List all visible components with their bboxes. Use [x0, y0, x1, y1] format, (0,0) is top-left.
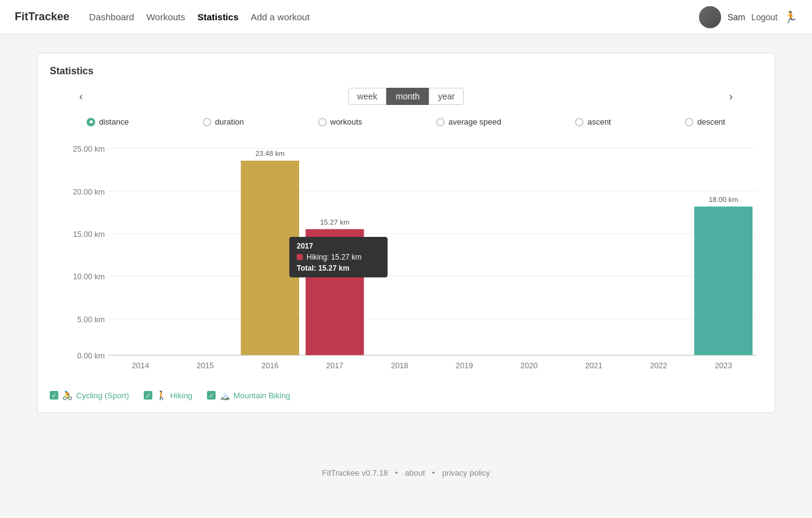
nav-add-workout[interactable]: Add a workout: [251, 12, 310, 22]
nav-dashboard[interactable]: Dashboard: [89, 12, 134, 22]
nav-links: Dashboard Workouts Statistics Add a work…: [89, 12, 699, 22]
legend-cycling[interactable]: ✓ 🚴 Cycling (Sport): [50, 390, 129, 400]
svg-text:2022: 2022: [650, 361, 667, 370]
svg-text:2021: 2021: [585, 361, 603, 370]
metric-workouts-label: workouts: [330, 117, 362, 126]
svg-text:20.00 km: 20.00 km: [73, 188, 105, 196]
period-prev-button[interactable]: ‹: [74, 88, 88, 106]
svg-text:2016: 2016: [261, 361, 278, 370]
svg-text:2023: 2023: [715, 361, 732, 370]
footer-about-link[interactable]: about: [405, 468, 425, 477]
svg-text:10.00 km: 10.00 km: [73, 273, 105, 281]
brand-logo[interactable]: FitTrackee: [15, 10, 69, 23]
radio-average-speed: [436, 118, 445, 126]
legend-emoji-mountain-biking: 🏔️: [219, 390, 230, 400]
navbar-right: Sam Logout 🏃: [699, 6, 797, 28]
metric-duration[interactable]: duration: [203, 117, 244, 126]
avatar-image: [699, 6, 721, 28]
bar-2016[interactable]: [241, 161, 299, 355]
svg-text:2019: 2019: [456, 361, 473, 370]
logout-button[interactable]: Logout: [751, 12, 778, 22]
chart-container: 25.00 km 20.00 km 15.00 km 10.00 km 5.00…: [50, 139, 762, 384]
footer-brand: FitTrackee: [322, 468, 359, 477]
svg-text:25.00 km: 25.00 km: [73, 145, 105, 153]
metric-descent-label: descent: [697, 117, 725, 126]
svg-text:15.27 km: 15.27 km: [320, 218, 349, 226]
radio-ascent: [575, 118, 584, 126]
nav-icon: 🏃: [784, 10, 797, 24]
bar-2023[interactable]: [694, 207, 752, 355]
legend-checkbox-cycling[interactable]: ✓: [50, 391, 58, 400]
footer-dot-2: •: [432, 468, 435, 477]
metric-ascent-label: ascent: [587, 117, 611, 126]
svg-text:2018: 2018: [391, 361, 408, 370]
stats-title: Statistics: [50, 66, 762, 77]
period-next-button[interactable]: ›: [724, 88, 738, 106]
nav-statistics[interactable]: Statistics: [198, 12, 239, 22]
legend-checkbox-hiking[interactable]: ✓: [144, 391, 152, 400]
navbar: FitTrackee Dashboard Workouts Statistics…: [0, 0, 812, 34]
metric-distance[interactable]: distance: [87, 117, 128, 126]
legend-label-cycling: Cycling (Sport): [76, 391, 129, 400]
metric-distance-label: distance: [99, 117, 128, 126]
metric-duration-label: duration: [215, 117, 244, 126]
legend-label-mountain-biking: Mountain Biking: [233, 391, 291, 400]
legend-emoji-cycling: 🚴: [62, 390, 72, 400]
legend-mountain-biking[interactable]: ✓ 🏔️ Mountain Biking: [207, 390, 291, 400]
stats-card: Statistics ‹ week month year › distance …: [37, 53, 775, 413]
chart-svg: 25.00 km 20.00 km 15.00 km 10.00 km 5.00…: [50, 139, 762, 384]
legend-label-hiking: Hiking: [170, 391, 192, 400]
avatar: [699, 6, 721, 28]
radio-distance: [87, 118, 95, 126]
legend-checkbox-mountain-biking[interactable]: ✓: [207, 391, 216, 400]
svg-text:0.00 km: 0.00 km: [77, 352, 105, 360]
footer: FitTrackee v0.7.18 • about • privacy pol…: [0, 456, 812, 490]
metric-descent[interactable]: descent: [685, 117, 725, 126]
radio-workouts: [318, 118, 327, 126]
metrics-row: distance duration workouts average speed…: [50, 117, 762, 126]
bar-2017[interactable]: [306, 229, 364, 355]
username: Sam: [727, 12, 745, 22]
svg-text:2020: 2020: [520, 361, 537, 370]
period-selector-row: ‹ week month year ›: [50, 88, 762, 105]
metric-average-speed-label: average speed: [448, 117, 501, 126]
svg-text:18.00 km: 18.00 km: [709, 196, 738, 203]
svg-text:5.00 km: 5.00 km: [77, 315, 105, 324]
period-buttons: week month year: [348, 88, 464, 105]
svg-text:15.00 km: 15.00 km: [73, 230, 105, 239]
main-content: Statistics ‹ week month year › distance …: [0, 34, 812, 431]
radio-duration: [203, 118, 211, 126]
legend-row: ✓ 🚴 Cycling (Sport) ✓ 🚶 Hiking ✓ 🏔️ Moun…: [50, 390, 762, 400]
radio-descent: [685, 118, 693, 126]
footer-privacy-link[interactable]: privacy policy: [442, 468, 490, 477]
svg-text:23.48 km: 23.48 km: [256, 150, 285, 157]
nav-workouts[interactable]: Workouts: [146, 12, 185, 22]
svg-text:2015: 2015: [197, 361, 214, 370]
footer-dot-1: •: [395, 468, 398, 477]
metric-workouts[interactable]: workouts: [318, 117, 362, 126]
footer-version: v0.7.18: [362, 468, 388, 477]
metric-average-speed[interactable]: average speed: [436, 117, 501, 126]
svg-text:2017: 2017: [326, 361, 343, 370]
period-week-button[interactable]: week: [348, 88, 387, 105]
legend-emoji-hiking: 🚶: [156, 390, 166, 400]
svg-text:2014: 2014: [132, 361, 149, 370]
legend-hiking[interactable]: ✓ 🚶 Hiking: [144, 390, 192, 400]
metric-ascent[interactable]: ascent: [575, 117, 611, 126]
period-year-button[interactable]: year: [429, 88, 464, 105]
period-month-button[interactable]: month: [386, 88, 429, 105]
